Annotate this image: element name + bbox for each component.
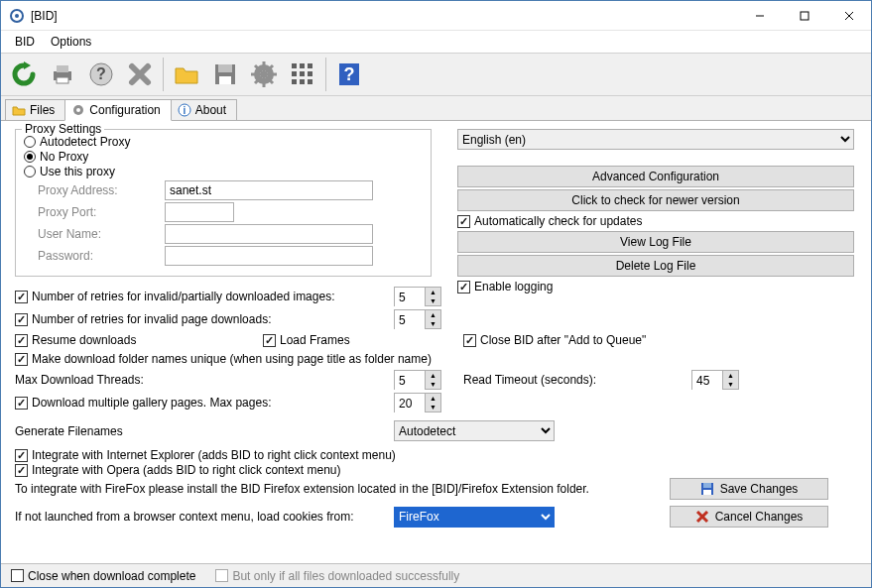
- svg-text:i: i: [183, 105, 186, 116]
- delete-button[interactable]: [121, 56, 159, 93]
- cancel-changes-button[interactable]: Cancel Changes: [670, 506, 828, 528]
- radio-autodetect-proxy[interactable]: Autodetect Proxy: [24, 135, 423, 149]
- close-button[interactable]: [826, 1, 871, 30]
- generate-filenames-label: Generate Filenames: [15, 424, 394, 438]
- max-threads-label: Max Download Threads:: [15, 373, 394, 387]
- tabs: Files Configuration i About: [1, 96, 871, 121]
- svg-text:?: ?: [344, 64, 355, 84]
- tab-configuration[interactable]: Configuration: [64, 99, 171, 121]
- multi-gallery-spinner[interactable]: ▲▼: [394, 393, 441, 412]
- tab-files-label: Files: [30, 103, 55, 117]
- grid-button[interactable]: [284, 56, 321, 93]
- close-when-done-checkbox[interactable]: Close when download complete: [11, 569, 195, 583]
- gear-icon: [71, 103, 85, 117]
- svg-rect-27: [308, 71, 312, 76]
- load-cookies-select[interactable]: FireFox: [394, 507, 555, 528]
- proxy-port-label: Proxy Port:: [38, 205, 165, 219]
- radio-use-this-proxy[interactable]: Use this proxy: [24, 165, 423, 178]
- info-icon: i: [178, 103, 191, 117]
- save-changes-button[interactable]: Save Changes: [670, 478, 828, 500]
- max-threads-spinner[interactable]: ▲▼: [394, 370, 441, 390]
- tab-about-label: About: [195, 103, 226, 117]
- minimize-button[interactable]: [737, 1, 782, 30]
- svg-rect-8: [57, 77, 68, 83]
- svg-rect-38: [703, 483, 711, 488]
- proxy-address-input[interactable]: [165, 180, 373, 200]
- password-input[interactable]: [165, 246, 373, 266]
- menu-options[interactable]: Options: [43, 33, 99, 51]
- enable-logging-checkbox[interactable]: Enable logging: [457, 280, 854, 294]
- svg-text:?: ?: [96, 65, 106, 82]
- proxy-address-label: Proxy Address:: [38, 183, 165, 197]
- tab-configuration-label: Configuration: [89, 103, 160, 117]
- retries-images-checkbox[interactable]: Number of retries for invalid/partially …: [15, 290, 394, 303]
- svg-rect-39: [703, 490, 711, 495]
- svg-rect-14: [218, 64, 232, 72]
- retries-images-spinner[interactable]: ▲▼: [394, 287, 441, 306]
- retries-pages-spinner[interactable]: ▲▼: [394, 309, 441, 329]
- auto-check-updates-checkbox[interactable]: Automatically check for updates: [457, 214, 854, 228]
- password-label: Password:: [38, 249, 165, 263]
- check-newer-version-button[interactable]: Click to check for newer version: [457, 189, 854, 211]
- user-name-input[interactable]: [165, 224, 373, 244]
- folder-icon: [12, 103, 26, 117]
- read-timeout-label: Read Timeout (seconds):: [463, 373, 691, 387]
- firefox-note: To integrate with FireFox please install…: [15, 482, 670, 496]
- svg-rect-29: [300, 79, 305, 84]
- maximize-button[interactable]: [782, 1, 826, 30]
- svg-rect-3: [801, 12, 809, 20]
- save-button-toolbar[interactable]: [206, 56, 244, 93]
- svg-point-1: [15, 14, 19, 18]
- user-name-label: User Name:: [38, 227, 165, 241]
- app-icon: [9, 8, 25, 24]
- generate-filenames-select[interactable]: Autodetect: [394, 420, 555, 441]
- retries-pages-checkbox[interactable]: Number of retries for invalid page downl…: [15, 312, 394, 326]
- save-icon: [700, 482, 714, 496]
- folder-button[interactable]: [168, 56, 205, 93]
- content: Proxy Settings Autodetect Proxy No Proxy…: [1, 121, 871, 535]
- proxy-port-input[interactable]: [165, 202, 234, 222]
- titlebar: [BID]: [1, 1, 871, 31]
- proxy-settings-group: Proxy Settings Autodetect Proxy No Proxy…: [15, 129, 432, 277]
- menubar: BID Options: [1, 31, 871, 53]
- svg-rect-25: [292, 71, 297, 76]
- integrate-opera-checkbox[interactable]: Integrate with Opera (adds BID to right …: [15, 463, 857, 477]
- advanced-configuration-button[interactable]: Advanced Configuration: [457, 166, 854, 187]
- menu-bid[interactable]: BID: [7, 33, 43, 51]
- read-timeout-spinner[interactable]: ▲▼: [691, 370, 739, 390]
- svg-rect-7: [57, 65, 68, 72]
- svg-point-34: [76, 108, 80, 112]
- delete-log-file-button[interactable]: Delete Log File: [457, 255, 854, 277]
- svg-rect-15: [219, 76, 231, 84]
- refresh-button[interactable]: [5, 56, 43, 93]
- svg-rect-30: [308, 79, 312, 84]
- svg-rect-23: [300, 63, 305, 68]
- cancel-icon: [695, 510, 709, 524]
- load-frames-checkbox[interactable]: Load Frames: [263, 333, 350, 347]
- load-cookies-label: If not launched from a browser context m…: [15, 510, 394, 524]
- svg-rect-24: [308, 63, 312, 68]
- only-if-success-checkbox: But only if all files downloaded success…: [215, 569, 459, 583]
- help-button[interactable]: ?: [82, 56, 120, 93]
- svg-rect-22: [292, 63, 297, 68]
- multi-gallery-checkbox[interactable]: Download multiple gallery pages. Max pag…: [15, 396, 394, 410]
- radio-no-proxy[interactable]: No Proxy: [24, 150, 423, 164]
- status-bar: Close when download complete But only if…: [1, 563, 871, 587]
- proxy-settings-title: Proxy Settings: [22, 122, 104, 136]
- language-select[interactable]: English (en): [457, 129, 854, 150]
- help-blue-button[interactable]: ?: [330, 56, 368, 93]
- window-title: [BID]: [31, 9, 737, 23]
- print-button[interactable]: [44, 56, 81, 93]
- tab-files[interactable]: Files: [5, 99, 65, 120]
- svg-rect-26: [300, 71, 305, 76]
- view-log-file-button[interactable]: View Log File: [457, 231, 854, 253]
- toolbar: ? ?: [1, 53, 871, 96]
- tab-about[interactable]: i About: [171, 99, 237, 120]
- close-after-queue-checkbox[interactable]: Close BID after "Add to Queue": [463, 333, 857, 347]
- gear-button[interactable]: [245, 56, 283, 93]
- svg-rect-28: [292, 79, 297, 84]
- integrate-ie-checkbox[interactable]: Integrate with Internet Explorer (adds B…: [15, 448, 857, 462]
- resume-downloads-checkbox[interactable]: Resume downloads: [15, 333, 263, 347]
- unique-folder-checkbox[interactable]: Make download folder names unique (when …: [15, 352, 857, 366]
